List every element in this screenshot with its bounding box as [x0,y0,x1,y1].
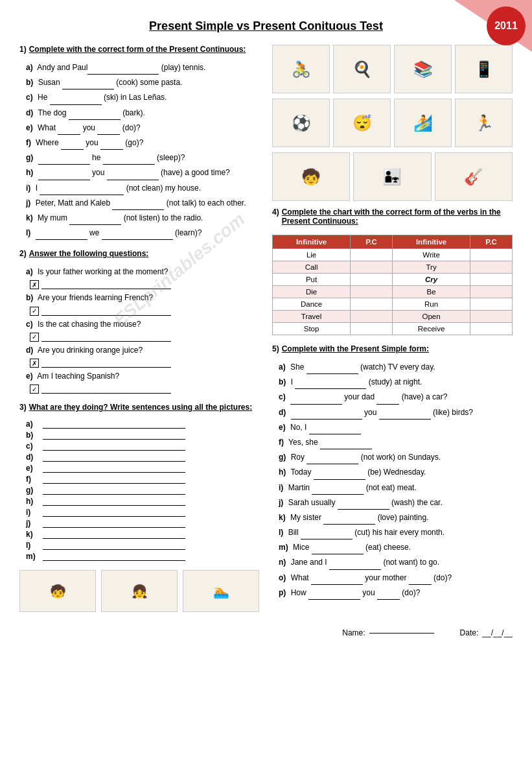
answer-blank[interactable] [376,391,399,404]
answer-blank[interactable] [38,152,90,165]
answer-line[interactable] [43,519,185,528]
checkbox[interactable]: ✗ [30,280,39,289]
answer-line[interactable] [43,453,185,462]
answer-cell[interactable] [351,311,393,323]
footer: Name: Date: __/__/__ [19,628,513,637]
answer-line[interactable] [43,442,185,451]
answer-blank[interactable] [61,137,84,150]
verb-table: Infinitive P.C Infinitive P.C Lie Write [272,235,513,335]
answer-line[interactable] [43,464,185,473]
answer-line[interactable] [43,475,185,484]
answer-line[interactable] [43,497,185,506]
item-label: g) [26,486,38,495]
checkbox[interactable]: ✗ [30,359,39,368]
answer-blank[interactable] [312,541,364,554]
answer-cell[interactable] [470,323,513,335]
date-label: Date: [460,628,479,637]
checkbox[interactable]: ✓ [30,307,39,316]
answer-blank[interactable] [320,436,372,449]
answer-blank[interactable] [69,212,121,225]
table-row: Call Try [273,261,513,274]
table-header-pc1: P.C [351,235,393,249]
answer-blank[interactable] [58,122,80,135]
answer-cell[interactable] [470,261,513,274]
answer-line[interactable] [41,333,171,342]
answer-blank[interactable] [69,107,121,120]
checkbox[interactable]: ✓ [30,385,39,394]
answer-cell[interactable] [351,249,393,261]
answer-blank[interactable] [306,361,358,374]
answer-line[interactable] [43,552,185,561]
answer-line[interactable] [43,431,185,440]
answer-blank[interactable] [103,152,155,165]
answer-blank[interactable] [102,227,173,240]
answer-line[interactable] [41,385,171,394]
answer-blank[interactable] [291,407,362,420]
answer-cell[interactable] [351,286,393,298]
answer-blank[interactable] [87,62,159,75]
answer-cell[interactable] [351,298,393,311]
answer-blank[interactable] [323,512,375,525]
answer-line[interactable] [43,508,185,517]
answer-cell[interactable] [470,298,513,311]
answer-blank[interactable] [329,556,381,569]
answer-cell[interactable] [351,274,393,286]
section2-num: 2) [19,249,27,258]
item-label: f) [279,438,284,447]
answer-blank[interactable] [309,421,361,434]
checkbox[interactable]: ✓ [30,333,39,342]
answer-blank[interactable] [38,167,90,180]
answer-blank[interactable] [295,376,366,389]
section1-title: Complete with the correct form of the Pr… [29,45,246,54]
item-label: a) [26,420,38,429]
answer-cell[interactable] [351,323,393,335]
answer-line[interactable] [41,280,171,289]
answer-blank[interactable] [290,391,342,404]
answer-blank[interactable] [306,451,358,464]
answer-blank[interactable] [50,91,102,104]
answer-cell[interactable] [470,274,513,286]
image-placeholder: 🚴 [272,45,330,93]
answer-blank[interactable] [311,572,363,585]
verb-cell: Write [392,249,470,261]
answer-blank[interactable] [97,122,120,135]
item-label: n) [279,558,286,567]
list-item: a) [19,420,259,429]
answer-line[interactable] [41,359,171,368]
section1: 1) Complete with the correct form of the… [19,45,259,240]
answer-blank[interactable] [379,407,431,420]
answer-blank[interactable] [312,482,364,495]
item-label: a) [26,63,33,72]
answer-cell[interactable] [470,249,513,261]
answer-blank[interactable] [36,227,87,240]
answer-blank[interactable] [314,466,365,479]
answer-line[interactable] [41,307,171,316]
answer-blank[interactable] [377,587,400,600]
answer-cell[interactable] [470,311,513,323]
date-value[interactable]: __/__/__ [482,628,513,637]
answer-blank[interactable] [308,587,360,600]
item-label: o) [279,573,286,582]
answer-blank[interactable] [100,137,123,150]
answer-line[interactable] [43,530,185,539]
item-label: p) [279,588,286,597]
answer-cell[interactable] [470,286,513,298]
answer-blank[interactable] [62,77,114,89]
list-item: e) What you (do)? [19,122,259,135]
answer-line[interactable] [43,420,185,429]
answer-blank[interactable] [409,572,432,585]
answer-line[interactable] [43,486,185,495]
image-placeholder: ⚽ [272,99,330,147]
verb-cell: Dance [273,298,351,311]
answer-blank[interactable] [107,167,159,180]
image-placeholder: 👧 [101,570,178,612]
name-input-line[interactable] [369,633,434,634]
answer-blank[interactable] [112,197,164,210]
answer-line[interactable] [43,541,185,550]
table-row: Dance Run [273,298,513,311]
answer-cell[interactable] [351,261,393,274]
section2: 2) Answer the following questions: a) Is… [19,249,259,394]
answer-blank[interactable] [301,527,353,539]
answer-blank[interactable] [40,182,124,195]
answer-blank[interactable] [338,497,389,510]
